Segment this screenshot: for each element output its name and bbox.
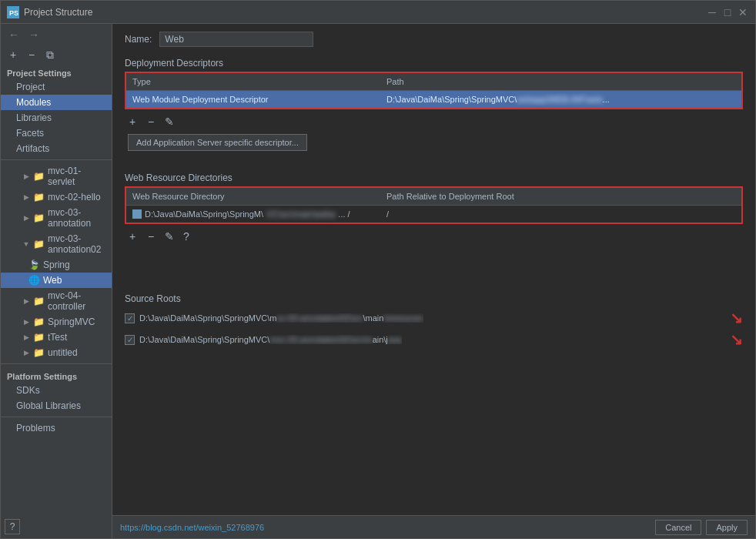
add-server-button[interactable]: Add Application Server specific descript…	[128, 134, 307, 151]
red-arrow-1: ↘	[730, 309, 743, 327]
untitled-label: untitled	[48, 347, 78, 358]
tree-item-spring[interactable]: 🍃 Spring	[1, 257, 112, 273]
sidebar-nav: ← →	[1, 24, 112, 45]
springmvc-label: SpringMVC	[48, 316, 95, 327]
expand-icon-mvc01: ▶	[22, 172, 30, 180]
name-input[interactable]	[159, 32, 313, 47]
minimize-button[interactable]: ─	[706, 6, 718, 18]
expand-icon-mvc04: ▶	[22, 297, 30, 305]
remove-module-button[interactable]: −	[24, 47, 39, 62]
dd-path-text: D:\Java\DaiMa\Spring\SpringMVC\	[386, 95, 517, 104]
tree-item-mvc04[interactable]: ▶ 📁 mvc-04-controller	[1, 288, 112, 314]
project-settings-title: Project Settings	[1, 64, 112, 79]
tree-item-mvc03ann[interactable]: ▶ 📁 mvc-03-annotation	[1, 205, 112, 231]
cancel-button[interactable]: Cancel	[655, 520, 701, 535]
nav-forward-button[interactable]: →	[25, 27, 42, 42]
copy-module-button[interactable]: ⧉	[42, 47, 58, 62]
source-root-row-2: D:\Java\DaiMa\Spring\SpringMVC\mvc-03-an…	[125, 329, 743, 350]
wr-dir-header: Web Resource Directory	[126, 190, 380, 203]
tree-item-mvc01[interactable]: ▶ 📁 mvc-01-servlet	[1, 163, 112, 189]
sidebar-divider-1	[1, 159, 112, 160]
spacer-1	[112, 157, 755, 166]
expand-icon-ttest: ▶	[22, 333, 30, 341]
dd-path-cell: D:\Java\DaiMa\Spring\SpringMVC\webapp\WE…	[380, 93, 741, 105]
col-type-header: Type	[126, 75, 380, 88]
wr-dir-text: D:\Java\DaiMa\Spring\SpringM\	[145, 209, 263, 219]
title-bar: PS Project Structure ─ □ ✕	[1, 1, 755, 24]
close-button[interactable]: ✕	[737, 6, 749, 18]
sidebar-toolbar: + − ⧉	[1, 45, 112, 64]
modules-label: Modules	[16, 97, 51, 108]
source-path-2-blurred2: ava	[388, 335, 402, 344]
spring-label: Spring	[43, 259, 70, 270]
web-resource-table: Web Resource Directory Path Relative to …	[125, 186, 743, 224]
problems-label: Problems	[16, 423, 55, 434]
nav-back-button[interactable]: ←	[5, 27, 22, 42]
add-module-button[interactable]: +	[5, 47, 21, 62]
app-icon: PS	[7, 6, 19, 18]
global-help-button[interactable]: ?	[5, 519, 20, 534]
sidebar-item-sdks[interactable]: SDKs	[1, 383, 112, 398]
web-icon: 🌐	[28, 275, 40, 286]
source-root-checkbox-2[interactable]	[125, 335, 135, 345]
libraries-label: Libraries	[16, 112, 52, 123]
apply-button[interactable]: Apply	[706, 520, 748, 535]
wr-add-button[interactable]: +	[125, 229, 140, 244]
spring-icon: 🍃	[28, 259, 40, 270]
tree-item-mvc03ann02[interactable]: ▼ 📁 mvc-03-annotation02	[1, 231, 112, 257]
dd-path-end: ...	[603, 95, 610, 104]
expand-icon-springmvc: ▶	[22, 318, 30, 326]
sidebar-item-problems[interactable]: Problems	[1, 420, 112, 436]
maximize-button[interactable]: □	[721, 6, 734, 18]
source-roots-section: D:\Java\DaiMa\Spring\SpringMVC\mvc-03-an…	[112, 307, 755, 350]
sidebar-item-global-libraries[interactable]: Global Libraries	[1, 398, 112, 413]
sidebar-divider-3	[1, 417, 112, 417]
right-panel: Name: Deployment Descriptors Type Path W…	[112, 24, 755, 538]
sidebar-item-modules[interactable]: Modules	[1, 95, 112, 110]
folder-icon-mvc01: 📁	[33, 171, 45, 182]
dd-edit-button[interactable]: ✎	[162, 114, 177, 129]
mvc03ann-label: mvc-03-annotation	[48, 207, 105, 229]
sidebar: ← → + − ⧉ Project Settings Project Modul…	[1, 24, 112, 538]
source-path-2: D:\Java\DaiMa\Spring\SpringMVC\mvc-03-an…	[139, 335, 402, 344]
platform-settings-title: Platform Settings	[1, 367, 112, 383]
facets-label: Facets	[16, 128, 44, 139]
tree-item-web[interactable]: 🌐 Web	[1, 273, 112, 288]
sidebar-item-artifacts[interactable]: Artifacts	[1, 141, 112, 156]
source-path-1-blurred2: \resources	[383, 313, 423, 323]
wr-dir-cell: D:\Java\DaiMa\Spring\SpringM\VC\src\main…	[126, 208, 380, 220]
dd-add-button[interactable]: +	[125, 114, 140, 129]
deployment-descriptor-row[interactable]: Web Module Deployment Descriptor D:\Java…	[126, 91, 741, 108]
sidebar-item-facets[interactable]: Facets	[1, 126, 112, 141]
wr-edit-button[interactable]: ✎	[162, 229, 177, 244]
ttest-label: tTest	[48, 332, 67, 343]
tree-item-untitled[interactable]: ▶ 📁 untitled	[1, 345, 112, 360]
source-root-row-1: D:\Java\DaiMa\Spring\SpringMVC\mvc-03-an…	[125, 307, 743, 329]
web-resource-row[interactable]: D:\Java\DaiMa\Spring\SpringM\VC\src\main…	[126, 206, 741, 223]
dd-remove-button[interactable]: −	[143, 114, 159, 129]
tree-item-springmvc[interactable]: ▶ 📁 SpringMVC	[1, 314, 112, 330]
spacer-2	[112, 350, 755, 360]
panel-scroll: Name: Deployment Descriptors Type Path W…	[112, 24, 755, 515]
sdks-label: SDKs	[16, 385, 40, 396]
sidebar-item-libraries[interactable]: Libraries	[1, 110, 112, 126]
svg-text:PS: PS	[9, 9, 18, 17]
table-header: Type Path	[126, 73, 741, 91]
folder-icon-mvc03ann: 📁	[33, 213, 45, 223]
wr-path-header: Path Relative to Deployment Root	[380, 190, 741, 203]
wr-remove-button[interactable]: −	[143, 229, 159, 244]
project-label: Project	[16, 82, 45, 92]
mvc04-label: mvc-04-controller	[48, 290, 105, 312]
folder-icon-mvc04: 📁	[33, 296, 45, 306]
web-label: Web	[43, 275, 62, 286]
tree-item-mvc02[interactable]: ▶ 📁 mvc-02-hello	[1, 189, 112, 205]
wr-help-button[interactable]: ?	[180, 229, 192, 244]
wr-path-cell: /	[380, 208, 741, 220]
bottom-bar: https://blog.csdn.net/weixin_52768976 Ca…	[112, 515, 755, 538]
global-libraries-label: Global Libraries	[16, 400, 81, 411]
folder-icon-untitled: 📁	[33, 347, 45, 358]
mvc02-label: mvc-02-hello	[48, 192, 101, 203]
tree-item-ttest[interactable]: ▶ 📁 tTest	[1, 330, 112, 345]
sidebar-item-project[interactable]: Project	[1, 79, 112, 95]
source-root-checkbox-1[interactable]	[125, 313, 135, 323]
